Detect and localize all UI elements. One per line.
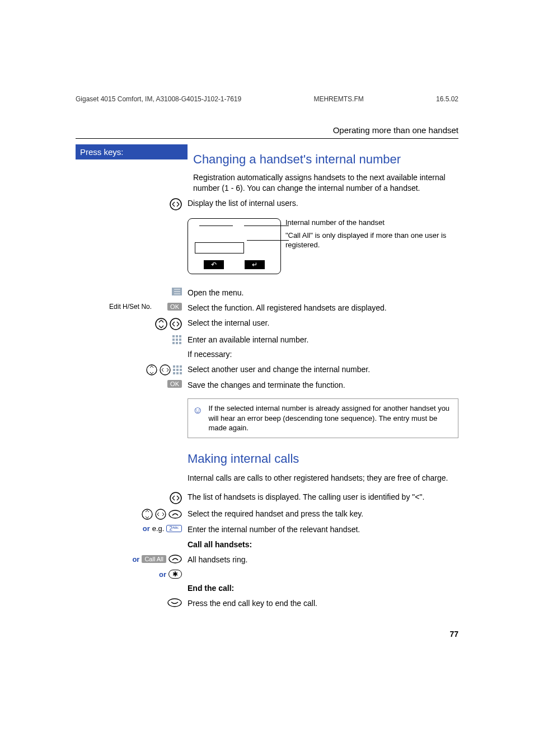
svg-rect-8 <box>176 335 178 337</box>
step-all-ring: All handsets ring. <box>188 555 458 565</box>
ok-button: OK <box>167 380 182 388</box>
heading-making-calls: Making internal calls <box>188 450 458 467</box>
softkey-back-icon: ↶ <box>204 260 224 269</box>
page-number: 77 <box>449 630 458 638</box>
svg-rect-15 <box>179 342 181 344</box>
info-icon: ☺ <box>193 403 203 433</box>
svg-rect-21 <box>173 369 175 371</box>
menu-icon <box>172 288 182 295</box>
svg-point-27 <box>170 492 181 504</box>
svg-rect-12 <box>179 339 181 341</box>
heading-change-number: Changing a handset's internal number <box>193 152 458 167</box>
section-title: Operating more than one handset <box>76 125 458 139</box>
step-save: Save the changes and terminate the funct… <box>188 380 458 391</box>
svg-rect-22 <box>176 369 179 371</box>
svg-point-29 <box>156 509 166 519</box>
press-keys-header: Press keys: <box>76 144 188 159</box>
note-box: ☺ If the selected internal number is alr… <box>188 398 458 438</box>
note-text: If the selected internal number is alrea… <box>208 403 453 433</box>
call-all-heading: Call all handsets: <box>188 539 458 550</box>
svg-rect-14 <box>176 342 178 344</box>
nav-left-right-icon <box>170 492 182 504</box>
svg-rect-25 <box>176 372 179 374</box>
step-open-menu: Open the menu. <box>188 288 458 298</box>
callout-internal-number: Internal number of the handset <box>285 218 458 228</box>
svg-rect-18 <box>173 365 175 368</box>
svg-rect-7 <box>172 335 175 337</box>
svg-rect-20 <box>180 365 182 368</box>
doc-date: 16.5.02 <box>436 95 458 103</box>
svg-rect-11 <box>176 339 178 341</box>
or-label: or <box>132 555 139 564</box>
callout-call-all: "Call All" is only displayed if more tha… <box>285 231 458 250</box>
nav-left-right-icon <box>170 318 182 330</box>
nav-up-down-icon <box>155 318 167 330</box>
or-label: or <box>143 524 150 533</box>
svg-rect-9 <box>179 335 181 337</box>
step-select-function: Select the function. All registered hand… <box>188 303 458 313</box>
eg-label: e.g. <box>152 524 165 533</box>
keypad-icon <box>172 335 182 345</box>
svg-rect-10 <box>172 339 175 341</box>
talk-key-icon <box>168 555 182 564</box>
svg-rect-26 <box>180 372 182 374</box>
file-name: MEHREMTS.FM <box>313 95 363 103</box>
step-enter-number: Enter an available internal number. <box>188 335 458 345</box>
svg-rect-19 <box>176 365 179 368</box>
svg-rect-24 <box>173 372 175 374</box>
keypad-icon <box>173 365 182 374</box>
svg-point-17 <box>160 365 170 375</box>
svg-point-6 <box>170 318 181 330</box>
nav-left-right-icon <box>155 509 166 520</box>
step-list-handsets: The list of handsets is displayed. The c… <box>188 492 458 503</box>
intro-text-1: Registration automatically assigns hands… <box>193 172 458 194</box>
svg-point-0 <box>170 199 181 210</box>
nav-up-down-icon <box>142 509 153 520</box>
step-enter-internal: Enter the internal number of the relevan… <box>188 524 458 535</box>
ok-button: OK <box>167 303 182 311</box>
doc-id: Gigaset 4015 Comfort, IM, A31008-G4015-J… <box>76 95 241 103</box>
svg-point-32 <box>168 599 181 607</box>
end-call-heading: End the call: <box>188 583 458 594</box>
svg-point-31 <box>169 555 181 563</box>
menu-edit-hset: Edit H/Set No. <box>109 303 152 311</box>
nav-left-right-icon <box>170 198 182 210</box>
intro-text-2: Internal calls are calls to other regist… <box>188 473 458 483</box>
key-2-icon: 2ᴬᴮᶜ <box>166 525 182 532</box>
or-label: or <box>159 570 166 579</box>
step-select-user: Select the internal user. <box>188 318 458 328</box>
step-select-required: Select the required handset and press th… <box>188 509 458 519</box>
if-necessary-label: If necessary: <box>188 349 458 360</box>
svg-point-30 <box>169 510 181 518</box>
svg-rect-13 <box>172 342 175 344</box>
star-key-icon: ✱ <box>168 570 182 579</box>
phone-display-diagram: ↶ ↵ Internal number of the handset "Call… <box>188 218 458 274</box>
nav-up-down-icon <box>146 364 157 375</box>
talk-key-icon <box>168 510 182 519</box>
softkey-enter-icon: ↵ <box>245 260 265 269</box>
end-call-key-icon <box>167 598 182 607</box>
nav-left-right-icon <box>160 364 171 375</box>
step-select-another: Select another user and change the inter… <box>188 364 458 375</box>
svg-rect-23 <box>180 369 182 371</box>
step-end-call: Press the end call key to end the call. <box>188 598 458 609</box>
header-meta: Gigaset 4015 Comfort, IM, A31008-G4015-J… <box>76 95 458 103</box>
call-all-button: Call All <box>142 555 166 563</box>
step-display-list: Display the list of internal users. <box>188 198 458 209</box>
